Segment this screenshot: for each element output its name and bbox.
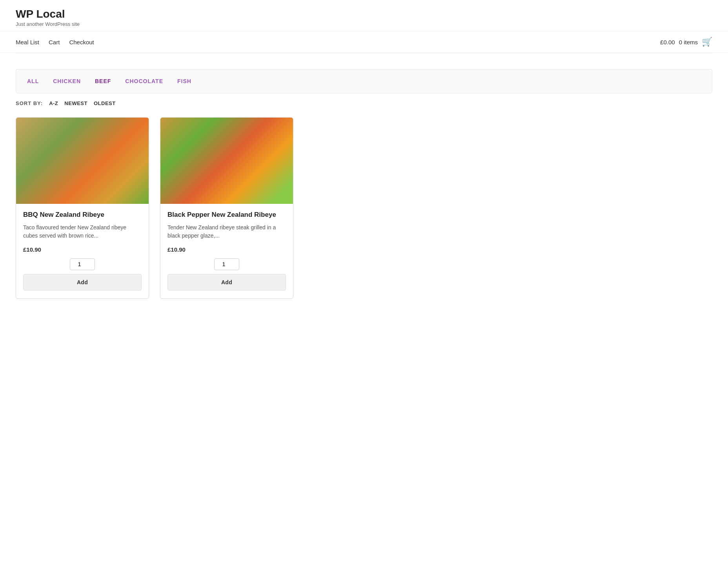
cart-items-count: 0 items — [679, 39, 698, 45]
sort-newest[interactable]: NEWEST — [64, 100, 87, 106]
nav-meal-list[interactable]: Meal List — [16, 39, 39, 45]
main-nav: Meal List Cart Checkout £0.00 0 items 🛒 — [0, 31, 728, 53]
add-to-cart-button[interactable]: Add — [167, 274, 286, 290]
quantity-input[interactable] — [70, 258, 95, 270]
nav-checkout[interactable]: Checkout — [69, 39, 94, 45]
product-price: £10.90 — [23, 246, 142, 253]
filter-beef[interactable]: BEEF — [95, 78, 111, 84]
add-to-cart-button[interactable]: Add — [23, 274, 142, 290]
quantity-input[interactable] — [214, 258, 239, 270]
product-name: BBQ New Zealand Ribeye — [23, 211, 142, 219]
product-body: BBQ New Zealand Ribeye Taco flavoured te… — [16, 204, 149, 298]
product-description: Taco flavoured tender New Zealand ribeye… — [23, 223, 142, 240]
sort-az[interactable]: A-Z — [49, 100, 58, 106]
sort-oldest[interactable]: OLDEST — [94, 100, 116, 106]
product-actions: Add — [167, 258, 286, 290]
filter-all[interactable]: ALL — [27, 78, 39, 84]
sort-label: SORT BY: — [16, 100, 43, 106]
nav-divider — [16, 53, 712, 53]
cart-area: £0.00 0 items 🛒 — [660, 37, 712, 47]
site-header: WP Local Just another WordPress site — [0, 0, 728, 31]
nav-cart[interactable]: Cart — [49, 39, 60, 45]
sort-bar: SORT BY: A-Z NEWEST OLDEST — [16, 100, 712, 106]
cart-icon[interactable]: 🛒 — [702, 37, 712, 47]
site-title: WP Local — [16, 8, 712, 20]
product-price: £10.90 — [167, 246, 286, 253]
product-description: Tender New Zealand ribeye steak grilled … — [167, 223, 286, 240]
products-grid: BBQ New Zealand Ribeye Taco flavoured te… — [0, 106, 728, 322]
filter-chocolate[interactable]: CHOCOLATE — [125, 78, 163, 84]
filter-bar: ALL CHICKEN BEEF CHOCOLATE FISH — [16, 69, 712, 93]
product-actions: Add — [23, 258, 142, 290]
filter-fish[interactable]: FISH — [177, 78, 191, 84]
filter-chicken[interactable]: CHICKEN — [53, 78, 81, 84]
product-name: Black Pepper New Zealand Ribeye — [167, 211, 286, 219]
product-image — [16, 118, 149, 204]
product-card: Black Pepper New Zealand Ribeye Tender N… — [160, 117, 293, 299]
product-body: Black Pepper New Zealand Ribeye Tender N… — [160, 204, 293, 298]
nav-links: Meal List Cart Checkout — [16, 39, 660, 45]
site-tagline: Just another WordPress site — [16, 21, 712, 27]
product-image — [160, 118, 293, 204]
product-card: BBQ New Zealand Ribeye Taco flavoured te… — [16, 117, 149, 299]
cart-total: £0.00 — [660, 39, 675, 45]
